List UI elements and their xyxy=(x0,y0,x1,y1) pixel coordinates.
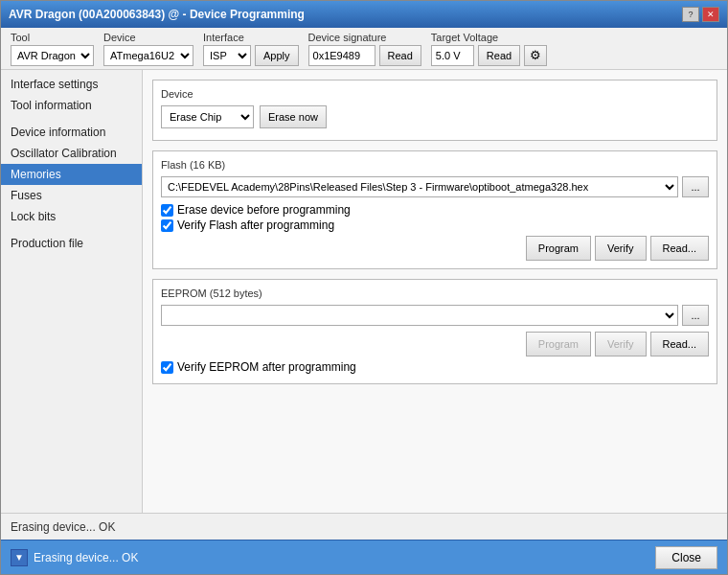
sidebar-item-lock-bits[interactable]: Lock bits xyxy=(1,206,142,227)
flash-erase-label: Erase device before programming xyxy=(177,203,351,217)
help-button[interactable]: ? xyxy=(682,7,699,22)
toolbar: Tool AVR Dragon Device ATmega16U2 Interf… xyxy=(1,28,727,70)
tool-group: Tool AVR Dragon xyxy=(11,32,94,66)
sidebar-item-oscillator-calibration[interactable]: Oscillator Calibration xyxy=(1,143,142,164)
interface-group: Interface ISP Apply xyxy=(203,32,299,66)
read-volt-button[interactable]: Read xyxy=(478,45,520,66)
device-group: Device ATmega16U2 xyxy=(103,32,193,66)
device-select[interactable]: ATmega16U2 xyxy=(103,45,193,66)
eeprom-read-button[interactable]: Read... xyxy=(650,332,709,356)
title-bar: AVR Dragon (00A200063843) @ - Device Pro… xyxy=(1,1,727,28)
flash-verify-checkbox[interactable] xyxy=(161,219,173,232)
title-bar-buttons: ? ✕ xyxy=(682,7,719,22)
close-button[interactable]: Close xyxy=(655,546,717,569)
flash-erase-checkbox[interactable] xyxy=(161,204,173,217)
flash-browse-button[interactable]: ... xyxy=(682,176,709,197)
apply-button[interactable]: Apply xyxy=(255,45,299,66)
device-sig-value: 0x1E9489 xyxy=(308,45,375,66)
flash-section-title: Flash (16 KB) xyxy=(161,159,709,171)
status-bottom-text: Erasing device... OK xyxy=(11,520,115,534)
read-sig-button[interactable]: Read xyxy=(379,45,421,66)
sidebar-item-production-file[interactable]: Production file xyxy=(1,233,142,254)
device-sig-label: Device signature xyxy=(308,32,421,43)
eeprom-program-button[interactable]: Program xyxy=(526,332,591,356)
tool-label: Tool xyxy=(11,32,94,43)
tool-select[interactable]: AVR Dragon xyxy=(11,45,94,66)
flash-verify-button[interactable]: Verify xyxy=(595,236,647,261)
eeprom-verify-checkbox[interactable] xyxy=(161,361,173,374)
status-bar-text: Erasing device... OK xyxy=(34,551,138,564)
eeprom-file-select[interactable] xyxy=(161,305,678,326)
flash-file-select[interactable]: C:\FEDEVEL Academy\28Pins\Released Files… xyxy=(161,176,678,197)
flash-section: Flash (16 KB) C:\FEDEVEL Academy\28Pins\… xyxy=(152,150,717,269)
flash-btn-row: Program Verify Read... xyxy=(161,236,709,261)
flash-verify-label: Verify Flash after programming xyxy=(177,218,334,232)
flash-program-button[interactable]: Program xyxy=(526,236,591,261)
eeprom-verify-button[interactable]: Verify xyxy=(595,332,647,356)
flash-erase-row: Erase device before programming xyxy=(161,203,709,217)
content-area: Device Erase Chip Erase now Flash (16 KB… xyxy=(143,70,727,513)
sidebar-item-memories[interactable]: Memories xyxy=(1,164,142,185)
eeprom-btn-row: Program Verify Read... xyxy=(161,332,709,356)
status-bottom: Erasing device... OK xyxy=(1,513,727,540)
sidebar-item-device-information[interactable]: Device information xyxy=(1,122,142,143)
interface-label: Interface xyxy=(203,32,299,43)
eeprom-file-row: ... xyxy=(161,305,709,326)
sidebar: Interface settings Tool information Devi… xyxy=(1,70,143,513)
main-window: AVR Dragon (00A200063843) @ - Device Pro… xyxy=(0,0,728,575)
status-bar-content: ▼ Erasing device... OK xyxy=(11,549,138,566)
device-section: Device Erase Chip Erase now xyxy=(152,80,717,141)
device-signature-group: Device signature 0x1E9489 Read xyxy=(308,32,421,66)
window-close-button[interactable]: ✕ xyxy=(702,7,719,22)
device-label: Device xyxy=(103,32,193,43)
erase-chip-select[interactable]: Erase Chip xyxy=(161,105,254,128)
erase-now-button[interactable]: Erase now xyxy=(260,105,327,128)
main-content: Interface settings Tool information Devi… xyxy=(1,70,727,513)
eeprom-verify-label: Verify EEPROM after programming xyxy=(177,360,356,374)
eeprom-verify-row: Verify EEPROM after programming xyxy=(161,360,709,374)
flash-file-row: C:\FEDEVEL Academy\28Pins\Released Files… xyxy=(161,176,709,197)
sidebar-item-interface-settings[interactable]: Interface settings xyxy=(1,74,142,95)
eeprom-browse-button[interactable]: ... xyxy=(682,305,709,326)
interface-select[interactable]: ISP xyxy=(203,45,251,66)
flash-read-button[interactable]: Read... xyxy=(650,236,709,261)
device-section-title: Device xyxy=(161,88,709,100)
eeprom-section: EEPROM (512 bytes) ... Program Verify Re… xyxy=(152,279,717,384)
status-bar: ▼ Erasing device... OK Close xyxy=(1,540,727,574)
sidebar-item-tool-information[interactable]: Tool information xyxy=(1,95,142,116)
voltage-value: 5.0 V xyxy=(431,45,474,66)
settings-icon-button[interactable]: ⚙ xyxy=(524,45,547,66)
voltage-group: Target Voltage 5.0 V Read ⚙ xyxy=(431,32,547,66)
sidebar-item-fuses[interactable]: Fuses xyxy=(1,185,142,206)
flash-verify-row: Verify Flash after programming xyxy=(161,218,709,232)
window-title: AVR Dragon (00A200063843) @ - Device Pro… xyxy=(9,8,305,21)
voltage-label: Target Voltage xyxy=(431,32,547,43)
status-arrow-icon[interactable]: ▼ xyxy=(11,549,28,566)
eeprom-section-title: EEPROM (512 bytes) xyxy=(161,288,709,299)
